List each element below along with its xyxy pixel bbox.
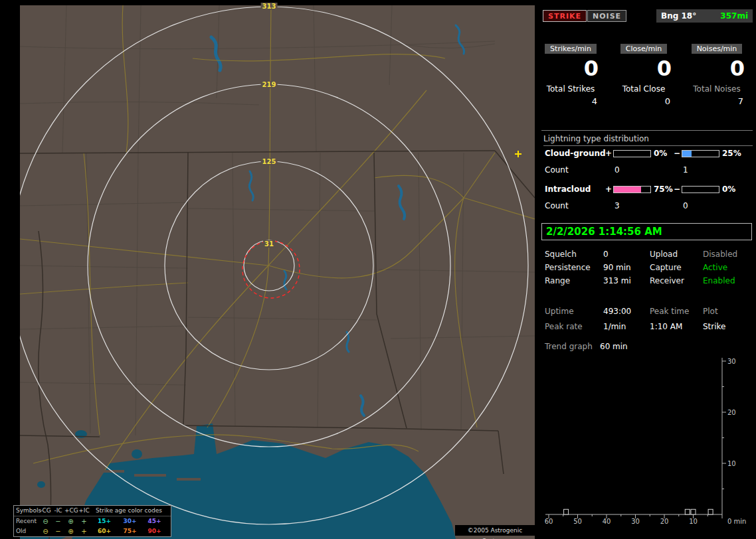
- total-strikes-label: Total Strikes: [535, 84, 607, 94]
- intracloud-minus-bar: [682, 186, 719, 193]
- cloudground-minus-fill: [682, 151, 692, 157]
- legend-recent-row: Recent ⊖ − ⊕ + 15+ 30+ 45+: [14, 516, 171, 526]
- svg-text:60: 60: [545, 518, 553, 525]
- upload-status: Disabled: [703, 250, 753, 259]
- pos-cg-old-icon: ⊕: [64, 526, 77, 536]
- intracloud-plus-pct: 75%: [654, 185, 673, 194]
- peak-time-value: 1:10 AM: [650, 322, 702, 331]
- legend-col-neg-cg: -CG: [39, 506, 52, 516]
- bearing-label: Bng 18°: [661, 11, 696, 21]
- svg-text:0 min: 0 min: [727, 518, 746, 525]
- ring-label-31: 31: [263, 240, 275, 248]
- count-label: Count: [545, 165, 569, 175]
- legend-old-label: Old: [14, 526, 39, 536]
- cloudground-plus-pct: 0%: [654, 149, 667, 158]
- close-per-min-label: Close/min: [620, 44, 667, 54]
- persistence-value: 90 min: [603, 263, 648, 272]
- trend-window-value: 60 min: [600, 342, 628, 351]
- receiver-status: Enabled: [703, 276, 753, 285]
- peak-time-label: Peak time: [650, 307, 702, 316]
- map-canvas: [20, 5, 535, 539]
- squelch-label: Squelch: [545, 250, 601, 259]
- svg-text:10: 10: [689, 518, 698, 525]
- cloudground-plus-count: 0: [614, 165, 620, 175]
- neg-cg-recent-icon: ⊖: [39, 516, 52, 526]
- legend-col-neg-ic: -IC: [52, 506, 64, 516]
- intracloud-label: Intracloud: [545, 185, 591, 194]
- legend-age-header: Strike age color codes: [91, 506, 167, 516]
- legend-recent-label: Recent: [14, 516, 39, 526]
- strikes-per-min-value: 0: [535, 58, 607, 80]
- plus-sign: +: [605, 149, 612, 158]
- cloudground-label: Cloud-ground: [545, 149, 606, 158]
- lightning-tracker-app: 313 219 125 31 ©2005 Astrogenic Systems …: [0, 0, 756, 539]
- trend-graph: 1020300 min102030405060: [541, 355, 756, 536]
- intracloud-plus-fill: [614, 187, 641, 193]
- total-close-value: 0: [608, 96, 680, 106]
- bearing-value: 357mi: [720, 11, 748, 21]
- ring-label-219: 219: [261, 81, 278, 88]
- range-label: Range: [545, 276, 601, 285]
- map[interactable]: 313 219 125 31 ©2005 Astrogenic Systems: [20, 5, 535, 539]
- svg-text:20: 20: [727, 409, 736, 416]
- total-close-label: Total Close: [608, 84, 680, 94]
- cloudground-minus-count: 1: [683, 165, 688, 175]
- total-strikes-value: 4: [535, 96, 607, 106]
- cloudground-plus-bar: [613, 150, 651, 157]
- counter-strikes: Strikes/min 0 Total Strikes 4: [535, 41, 607, 106]
- uptime-value: 493:00: [603, 307, 648, 316]
- cloudground-minus-bar: [682, 150, 719, 157]
- svg-text:40: 40: [603, 518, 611, 525]
- peak-rate-value: 1/min: [603, 322, 648, 331]
- pos-ic-recent-icon: +: [77, 516, 91, 526]
- age-30: 30+: [118, 516, 142, 526]
- plot-label: Plot: [703, 307, 753, 316]
- minus-sign: −: [674, 149, 680, 158]
- intracloud-plus-bar: [613, 186, 651, 193]
- age-75: 75+: [118, 526, 142, 536]
- datetime-display: 2/2/2026 1:14:56 AM: [541, 223, 752, 240]
- legend-symbols-header: Symbols: [14, 506, 39, 516]
- persistence-label: Persistence: [545, 263, 601, 272]
- copyright-notice: ©2005 Astrogenic Systems: [455, 525, 535, 536]
- minus-sign: −: [674, 185, 680, 194]
- legend-header-row: Symbols -CG -IC +CG +IC Strike age color…: [14, 506, 171, 516]
- legend-col-pos-ic: +IC: [77, 506, 91, 516]
- strikes-per-min-label: Strikes/min: [545, 44, 597, 54]
- capture-status: Active: [703, 263, 753, 272]
- svg-text:50: 50: [573, 518, 582, 525]
- noises-per-min-label: Noises/min: [692, 44, 743, 54]
- neg-ic-recent-icon: −: [52, 516, 64, 526]
- svg-text:10: 10: [727, 460, 736, 467]
- plus-sign: +: [605, 185, 612, 194]
- capture-label: Capture: [650, 263, 702, 272]
- trend-bar: [691, 509, 696, 514]
- total-noises-label: Total Noises: [681, 84, 753, 94]
- svg-text:30: 30: [631, 518, 640, 525]
- divider: [541, 130, 753, 131]
- neg-cg-old-icon: ⊖: [39, 526, 52, 536]
- pos-ic-old-icon: +: [77, 526, 91, 536]
- total-noises-value: 7: [681, 96, 753, 106]
- noise-button[interactable]: NOISE: [587, 10, 626, 22]
- counter-close: Close/min 0 Total Close 0: [608, 41, 680, 106]
- strike-button[interactable]: STRIKE: [543, 10, 587, 22]
- legend-col-pos-cg: +CG: [64, 506, 77, 516]
- bearing-display: Bng 18° 357mi: [656, 9, 753, 23]
- trend-graph-label: Trend graph: [545, 342, 593, 351]
- range-value: 313 mi: [603, 276, 648, 285]
- legend-old-row: Old ⊖ − ⊕ + 60+ 75+ 90+: [14, 526, 171, 536]
- noises-per-min-value: 0: [681, 58, 753, 80]
- plot-mode-value: Strike: [703, 322, 753, 331]
- close-per-min-value: 0: [608, 58, 680, 80]
- trend-bar: [685, 509, 690, 514]
- peak-rate-label: Peak rate: [545, 322, 601, 331]
- squelch-value: 0: [603, 250, 648, 259]
- intracloud-minus-pct: 0%: [722, 185, 735, 194]
- pos-cg-recent-icon: ⊕: [64, 516, 77, 526]
- intracloud-plus-count: 3: [614, 201, 620, 210]
- distribution-title: Lightning type distribution: [543, 134, 753, 146]
- uptime-label: Uptime: [545, 307, 601, 316]
- intracloud-minus-count: 0: [683, 201, 688, 210]
- trend-bar: [708, 509, 713, 514]
